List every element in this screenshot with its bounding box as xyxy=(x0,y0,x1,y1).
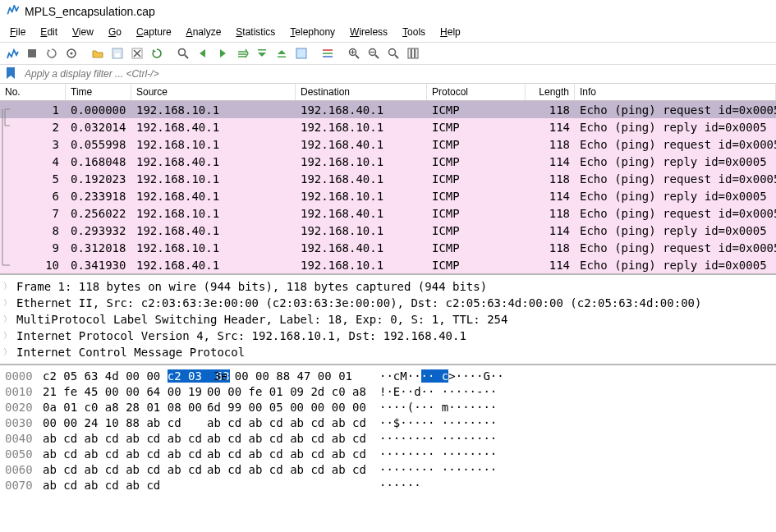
detail-line[interactable]: 〉Internet Control Message Protocol xyxy=(3,344,776,360)
capture-options-button[interactable] xyxy=(62,44,80,62)
packet-row[interactable]: 90.312018192.168.10.1192.168.40.1ICMP118… xyxy=(0,239,776,256)
wireshark-icon xyxy=(7,3,20,19)
svg-rect-12 xyxy=(323,56,333,57)
svg-rect-8 xyxy=(278,57,286,58)
hex-line[interactable]: 00200a 01 c0 a8 28 01 08 006d 99 00 05 0… xyxy=(5,400,771,415)
detail-line[interactable]: 〉Internet Protocol Version 4, Src: 192.1… xyxy=(3,328,776,344)
svg-point-2 xyxy=(71,53,73,55)
col-header-proto[interactable]: Protocol xyxy=(427,84,526,100)
svg-point-6 xyxy=(179,49,186,56)
col-header-len[interactable]: Length xyxy=(526,84,575,100)
svg-rect-0 xyxy=(28,49,36,57)
hex-line[interactable]: 0070ab cd ab cd ab cd······ xyxy=(5,478,771,493)
restart-capture-button[interactable] xyxy=(43,44,61,62)
colorize-button[interactable] xyxy=(319,44,337,62)
col-header-time[interactable]: Time xyxy=(66,84,131,100)
menu-edit[interactable]: Edit xyxy=(34,24,64,40)
start-capture-button[interactable] xyxy=(3,44,21,62)
svg-rect-18 xyxy=(416,48,418,58)
display-filter-bar xyxy=(0,65,776,84)
window-title: MPLS_encapsulation.cap xyxy=(25,5,155,18)
packet-row[interactable]: 50.192023192.168.10.1192.168.40.1ICMP118… xyxy=(0,170,776,187)
zoom-in-button[interactable] xyxy=(345,44,363,62)
resize-columns-button[interactable] xyxy=(404,44,422,62)
hex-line[interactable]: 001021 fe 45 00 00 64 00 1900 00 fe 01 0… xyxy=(5,384,771,400)
svg-point-15 xyxy=(389,49,396,56)
auto-scroll-button[interactable] xyxy=(292,44,310,62)
col-header-no[interactable]: No. xyxy=(0,84,66,100)
svg-rect-11 xyxy=(323,53,333,54)
svg-rect-4 xyxy=(115,53,120,57)
menu-file[interactable]: File xyxy=(3,24,32,40)
open-file-button[interactable] xyxy=(89,44,107,62)
col-header-info[interactable]: Info xyxy=(575,84,776,100)
zoom-reset-button[interactable] xyxy=(384,44,402,62)
menu-telephony[interactable]: Telephony xyxy=(283,24,342,40)
menu-analyze[interactable]: Analyze xyxy=(180,24,228,40)
close-file-button[interactable] xyxy=(128,44,146,62)
go-forward-button[interactable] xyxy=(214,44,232,62)
main-toolbar xyxy=(0,42,776,65)
packet-bytes-pane[interactable]: 0000c2 05 63 4d 00 00 c2 03 63 3e 00 00 … xyxy=(0,365,776,497)
go-back-button[interactable] xyxy=(194,44,212,62)
hex-line[interactable]: 0000c2 05 63 4d 00 00 c2 03 63 3e 00 00 … xyxy=(5,369,771,384)
packet-row[interactable]: 10.000000192.168.10.1192.168.40.1ICMP118… xyxy=(0,101,776,118)
expand-icon[interactable]: 〉 xyxy=(3,278,13,295)
menu-tools[interactable]: Tools xyxy=(396,24,432,40)
detail-line[interactable]: 〉Frame 1: 118 bytes on wire (944 bits), … xyxy=(3,278,776,295)
expand-icon[interactable]: 〉 xyxy=(3,344,13,360)
hex-line[interactable]: 003000 00 24 10 88 ab cdab cd ab cd ab c… xyxy=(5,415,771,431)
menu-go[interactable]: Go xyxy=(102,24,128,40)
svg-rect-16 xyxy=(408,48,411,58)
find-button[interactable] xyxy=(174,44,192,62)
save-file-button[interactable] xyxy=(108,44,126,62)
menu-capture[interactable]: Capture xyxy=(130,24,178,40)
col-header-src[interactable]: Source xyxy=(131,84,296,100)
expand-icon[interactable]: 〉 xyxy=(3,311,13,328)
svg-rect-17 xyxy=(412,48,415,58)
packet-row[interactable]: 20.032014192.168.40.1192.168.10.1ICMP114… xyxy=(0,118,776,135)
menu-bar: FileEditViewGoCaptureAnalyzeStatisticsTe… xyxy=(0,22,776,42)
detail-line[interactable]: 〉MultiProtocol Label Switching Header, L… xyxy=(3,311,776,328)
hex-line[interactable]: 0050ab cd ab cd ab cd ab cdab cd ab cd a… xyxy=(5,447,771,462)
title-bar: MPLS_encapsulation.cap xyxy=(0,0,776,22)
bookmark-filter-icon[interactable] xyxy=(3,67,18,81)
packet-row[interactable]: 80.293932192.168.40.1192.168.10.1ICMP114… xyxy=(0,222,776,239)
go-last-button[interactable] xyxy=(273,44,291,62)
hex-line[interactable]: 0040ab cd ab cd ab cd ab cdab cd ab cd a… xyxy=(5,431,771,447)
go-to-packet-button[interactable] xyxy=(233,44,251,62)
menu-statistics[interactable]: Statistics xyxy=(229,24,282,40)
packet-row[interactable]: 40.168048192.168.40.1192.168.10.1ICMP114… xyxy=(0,153,776,170)
expand-icon[interactable]: 〉 xyxy=(3,328,13,344)
packet-details-pane[interactable]: 〉Frame 1: 118 bytes on wire (944 bits), … xyxy=(0,275,776,364)
svg-rect-7 xyxy=(258,49,266,51)
packet-row[interactable]: 30.055998192.168.10.1192.168.40.1ICMP118… xyxy=(0,135,776,153)
packet-row[interactable]: 60.233918192.168.40.1192.168.10.1ICMP114… xyxy=(0,187,776,204)
menu-wireless[interactable]: Wireless xyxy=(343,24,394,40)
packet-list-pane: No. Time Source Destination Protocol Len… xyxy=(0,84,776,273)
packet-row[interactable]: 100.341930192.168.40.1192.168.10.1ICMP11… xyxy=(0,256,776,273)
svg-rect-10 xyxy=(323,49,333,51)
packet-list-header[interactable]: No. Time Source Destination Protocol Len… xyxy=(0,84,776,101)
hex-line[interactable]: 0060ab cd ab cd ab cd ab cdab cd ab cd a… xyxy=(5,462,771,478)
expand-icon[interactable]: 〉 xyxy=(3,295,13,311)
packet-row[interactable]: 70.256022192.168.10.1192.168.40.1ICMP118… xyxy=(0,204,776,222)
display-filter-input[interactable] xyxy=(21,66,773,81)
go-first-button[interactable] xyxy=(253,44,271,62)
reload-button[interactable] xyxy=(148,44,166,62)
svg-rect-9 xyxy=(296,48,306,58)
stop-capture-button[interactable] xyxy=(23,44,41,62)
col-header-dst[interactable]: Destination xyxy=(296,84,427,100)
menu-view[interactable]: View xyxy=(66,24,100,40)
zoom-out-button[interactable] xyxy=(365,44,383,62)
menu-help[interactable]: Help xyxy=(434,24,467,40)
detail-line[interactable]: 〉Ethernet II, Src: c2:03:63:3e:00:00 (c2… xyxy=(3,295,776,311)
